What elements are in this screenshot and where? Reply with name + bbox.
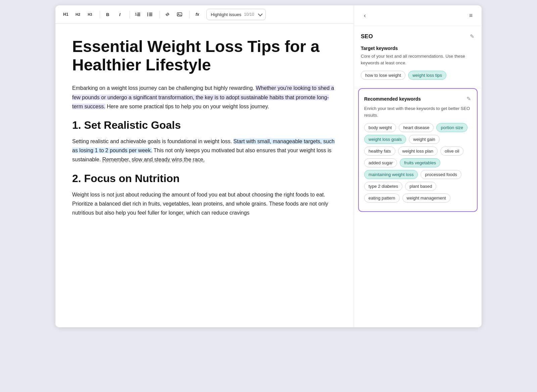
target-keywords-title: Target keywords [361, 46, 475, 51]
recommended-keyword-chip[interactable]: weight gain [409, 135, 440, 144]
divider-3 [159, 11, 160, 18]
section1-text-a: Setting realistic and achievable goals i… [72, 138, 233, 144]
recommended-keyword-chip[interactable]: weight loss plan [398, 147, 438, 156]
sidebar-content: SEO ✎ Target keywords Core of your text … [354, 26, 482, 327]
recommended-keyword-chip[interactable]: eating pattern [364, 193, 400, 203]
edit-icon: ✎ [470, 34, 474, 39]
section2-heading: 2. Focus on Nutrition [72, 172, 337, 185]
svg-rect-2 [137, 14, 140, 15]
recommended-keyword-chip[interactable]: heart disease [399, 123, 434, 132]
intro-paragraph: Embarking on a weight loss journey can b… [72, 83, 337, 111]
recommended-keyword-chip[interactable]: plant based [405, 182, 436, 191]
seo-section-header: SEO ✎ [361, 33, 475, 40]
seo-edit-button[interactable]: ✎ [469, 33, 475, 40]
recommended-keyword-chip[interactable]: maintaining weight loss [364, 170, 418, 179]
target-keywords-list: how to lose weightweight loss tips [361, 71, 475, 80]
editor-content[interactable]: Essential Weight Loss Tips for a Healthi… [55, 24, 354, 327]
recommended-keywords-title: Recommended keywords [364, 96, 421, 102]
insert-group [162, 9, 185, 20]
recommended-keyword-chip[interactable]: weight management [402, 193, 450, 203]
recommended-keywords-desc: Enrich your text with these keywords to … [364, 105, 472, 118]
recommended-section: Recommended keywords ✎ Enrich your text … [358, 88, 478, 212]
h1-button[interactable]: H1 [60, 9, 71, 20]
sidebar-menu-button[interactable]: ≡ [466, 10, 476, 21]
recommended-keyword-chip[interactable]: fruits vegetables [400, 158, 440, 167]
recommended-keyword-chip[interactable]: type 2 diabetes [364, 182, 402, 191]
svg-rect-7 [149, 13, 152, 13]
app-container: H1 H2 H3 B I 1. [55, 5, 482, 327]
recommended-keyword-chip[interactable]: healthy fats [364, 147, 395, 156]
list-group: 1. [132, 9, 155, 20]
recommended-keyword-chip[interactable]: body weight [364, 123, 396, 132]
seo-title: SEO [361, 33, 373, 40]
link-button[interactable] [162, 9, 173, 20]
section2-paragraph: Weight loss is not just about reducing t… [72, 190, 337, 218]
target-keyword-chip[interactable]: how to lose weight [361, 71, 405, 80]
recommended-keyword-chip[interactable]: olive oil [440, 147, 463, 156]
back-icon: ‹ [364, 12, 366, 19]
recommended-keywords-list: body weightheart diseaseportion sizeweig… [364, 123, 472, 203]
sidebar-panel: ‹ ≡ SEO ✎ Target keywords Core of your t… [354, 5, 482, 327]
target-keywords-subsection: Target keywords Core of your text and al… [361, 46, 475, 80]
menu-icon: ≡ [469, 12, 473, 19]
svg-rect-8 [149, 14, 152, 15]
svg-rect-3 [137, 15, 140, 16]
ordered-list-button[interactable]: 1. [132, 9, 143, 20]
sidebar-top-bar: ‹ ≡ [354, 5, 482, 26]
section1-heading: 1. Set Realistic Goals [72, 119, 337, 131]
fx-button[interactable]: fx [192, 9, 203, 20]
target-keywords-desc: Core of your text and all recommendation… [361, 53, 475, 66]
sidebar-back-button[interactable]: ‹ [359, 10, 370, 21]
image-button[interactable] [174, 9, 185, 20]
divider-2 [130, 11, 130, 18]
svg-point-5 [147, 14, 148, 15]
section1-underline: Remember, slow and steady wins the race. [102, 157, 205, 162]
unordered-list-button[interactable] [144, 9, 155, 20]
svg-rect-9 [149, 15, 152, 16]
divider-1 [100, 11, 100, 18]
format-group: B I [102, 9, 126, 20]
intro-text-a: Embarking on a weight loss journey can b… [72, 85, 256, 91]
editor-panel: H1 H2 H3 B I 1. [55, 5, 354, 327]
bold-button[interactable]: B [102, 9, 113, 20]
recommended-keyword-chip[interactable]: weight loss goals [364, 135, 406, 144]
divider-4 [189, 11, 190, 18]
highlight-issues-dropdown[interactable]: Highlight issues 10/10 [206, 9, 266, 20]
svg-point-4 [147, 13, 148, 14]
seo-section: SEO ✎ Target keywords Core of your text … [354, 26, 482, 88]
highlight-issues-label: Highlight issues [211, 12, 241, 17]
recommended-keyword-chip[interactable]: portion size [436, 123, 467, 132]
h3-button[interactable]: H3 [84, 9, 96, 20]
recommended-keyword-chip[interactable]: added sugar [364, 158, 397, 167]
recommended-header: Recommended keywords ✎ [364, 95, 472, 103]
h2-button[interactable]: H2 [72, 9, 84, 20]
recommended-edit-button[interactable]: ✎ [466, 95, 472, 103]
italic-button[interactable]: I [114, 9, 126, 20]
article-title: Essential Weight Loss Tips for a Healthi… [72, 37, 337, 74]
recommended-keyword-chip[interactable]: processed foods [421, 170, 461, 179]
svg-point-6 [147, 15, 148, 16]
heading-group: H1 H2 H3 [60, 9, 96, 20]
highlight-count: 10/10 [244, 12, 254, 17]
intro-text-c: Here are some practical tips to help you… [105, 104, 269, 109]
svg-rect-1 [137, 13, 140, 13]
section1-paragraph: Setting realistic and achievable goals i… [72, 137, 337, 164]
edit-icon-2: ✎ [467, 96, 471, 102]
toolbar: H1 H2 H3 B I 1. [55, 5, 354, 24]
chevron-down-icon [258, 12, 261, 17]
target-keyword-chip[interactable]: weight loss tips [408, 71, 446, 80]
